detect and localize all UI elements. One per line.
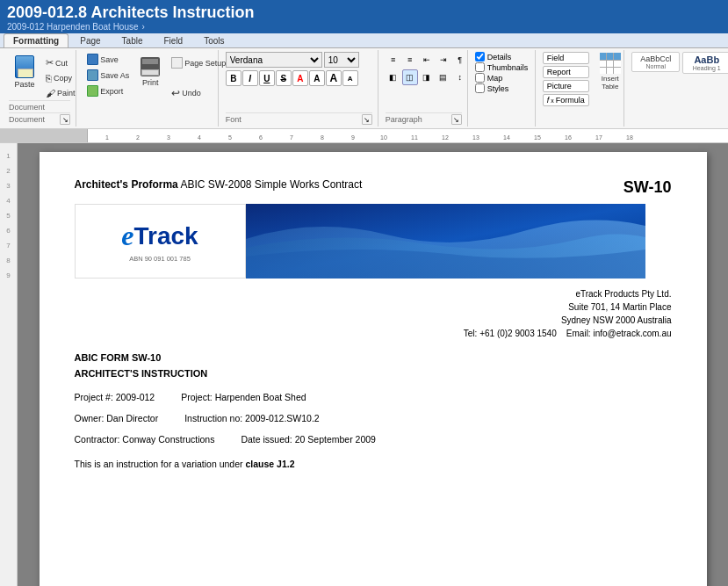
paint-button[interactable]: 🖌 Paint <box>42 86 79 100</box>
picture-button[interactable]: Picture <box>543 80 589 92</box>
italic-button[interactable]: I <box>242 70 258 86</box>
doc-contact: eTrack Products Pty Ltd. Suite 701, 14 M… <box>75 287 672 340</box>
clipboard-group: Paste ✂ Cut ⎘ Copy 🖌 Paint <box>4 50 76 127</box>
clause-text: clause J1.2 <box>245 459 294 469</box>
ribbon: Formatting Page Table Field Tools Paste … <box>0 33 728 129</box>
save-icon <box>87 54 98 65</box>
save-as-icon <box>87 69 98 81</box>
paste-button[interactable]: Paste <box>9 52 40 92</box>
main-area: 1 2 3 4 5 6 7 8 9 Architect's Proforma A… <box>0 143 728 586</box>
project-name-field: Project: Harpenden Boat Shed <box>181 392 306 402</box>
details-checkbox[interactable]: Details <box>475 52 529 61</box>
list-bullet-button[interactable]: ≡ <box>386 52 401 68</box>
ribbon-tabs: Formatting Page Table Field Tools <box>0 33 728 48</box>
breadcrumb-link[interactable]: 2009-012 Harpenden Boat House <box>7 22 139 32</box>
print-icon <box>141 57 160 76</box>
font-size-select[interactable]: 10 <box>324 52 359 68</box>
para-expand[interactable]: ↘ <box>451 114 462 125</box>
thumbnails-checkbox[interactable]: Thumbnails <box>475 62 529 72</box>
breadcrumb: 2009-012 Harpenden Boat House › <box>7 22 721 32</box>
save-as-button[interactable]: Save As <box>83 68 133 83</box>
heading1-style[interactable]: AaBb Heading 1 <box>682 52 728 74</box>
owner-fields-row: Owner: Dan Director Instruction no: 2009… <box>75 413 672 423</box>
align-left-button[interactable]: ◧ <box>386 69 401 85</box>
map-checkbox[interactable]: Map <box>475 73 529 83</box>
list-indent-inc-button[interactable]: ⇥ <box>436 52 451 68</box>
left-sidebar: 1 2 3 4 5 6 7 8 9 <box>0 143 18 586</box>
instruction-line: This is an instruction for a variation u… <box>75 459 672 469</box>
underline-button[interactable]: U <box>259 70 275 86</box>
normal-style[interactable]: AaBbCcl Normal <box>631 52 680 72</box>
project-num-value: Project #: 2009-012 <box>75 392 155 402</box>
save-button[interactable]: Save <box>83 52 133 67</box>
align-center-button[interactable]: ◫ <box>402 69 418 85</box>
contractor-fields-row: Contractor: Conway Constructions Date is… <box>75 434 672 445</box>
font-select[interactable]: Verdana <box>226 52 322 68</box>
paint-icon: 🖌 <box>46 88 55 98</box>
font-shrink-button[interactable]: A <box>342 70 358 86</box>
paragraph-show-button[interactable]: ¶ <box>452 52 468 68</box>
clipboard-expand[interactable]: ↘ <box>60 114 70 125</box>
cut-button[interactable]: ✂ Cut <box>42 55 79 70</box>
contractor-value: Contractor: Conway Constructions <box>75 434 215 445</box>
project-fields-row: Project #: 2009-012 Project: Harpenden B… <box>75 392 672 402</box>
instruction-no-value: Instruction no: 2009-012.SW10.2 <box>184 413 320 423</box>
doc-form-title: ABIC FORM SW-10 ARCHITECT'S INSTRUCTION <box>75 351 672 381</box>
contractor-field: Contractor: Conway Constructions <box>75 434 215 445</box>
page-icon <box>171 57 183 69</box>
project-num-field: Project #: 2009-012 <box>75 392 155 402</box>
etrack-track-text: Track <box>134 222 198 250</box>
export-button[interactable]: Export <box>83 83 133 98</box>
field-button[interactable]: Field <box>543 52 589 64</box>
details-group: Details Thumbnails Map Styles <box>470 50 536 127</box>
list-indent-dec-button[interactable]: ⇤ <box>419 52 435 68</box>
formula-button[interactable]: fx Formula <box>543 94 589 106</box>
project-name-value: Project: Harpenden Boat Shed <box>181 392 306 402</box>
font-highlight-button[interactable]: A <box>309 70 325 86</box>
owner-value: Owner: Dan Director <box>75 413 159 423</box>
strikethrough-button[interactable]: S <box>276 70 292 86</box>
bold-button[interactable]: B <box>226 70 241 86</box>
etrack-e-letter: e <box>121 220 133 252</box>
tab-page[interactable]: Page <box>70 33 110 47</box>
doc-banner <box>246 204 645 279</box>
doc-logo: e Track ABN 90 091 001 785 <box>75 204 246 279</box>
tab-table[interactable]: Table <box>112 33 153 47</box>
date-issued-field: Date issued: 20 September 2009 <box>241 434 376 445</box>
insert-group: Field Report Picture fx Formula Insert T… <box>537 50 625 127</box>
align-justify-button[interactable]: ▤ <box>436 69 451 85</box>
undo-icon: ↩ <box>171 87 180 99</box>
doc-header-row: Architect's Proforma ABIC SW-2008 Simple… <box>75 178 672 197</box>
scissors-icon: ✂ <box>46 57 54 69</box>
copy-button[interactable]: ⎘ Copy <box>42 71 79 85</box>
styles-checkbox[interactable]: Styles <box>475 83 529 93</box>
print-button[interactable]: Print <box>134 52 166 92</box>
ribbon-body: Paste ✂ Cut ⎘ Copy 🖌 Paint <box>0 48 728 128</box>
export-icon <box>87 85 98 97</box>
font-grow-button[interactable]: A <box>326 70 342 86</box>
title-bar: 2009-012.8 Architects Instruction 2009-0… <box>0 0 728 33</box>
insert-table-button[interactable]: Insert Table <box>592 52 629 92</box>
tab-tools[interactable]: Tools <box>194 33 234 47</box>
tab-field[interactable]: Field <box>154 33 192 47</box>
report-button[interactable]: Report <box>543 66 589 78</box>
doc-page: Architect's Proforma ABIC SW-2008 Simple… <box>40 152 707 586</box>
ruler: // Will be drawn statically 1 2 3 4 5 6 … <box>0 129 728 143</box>
document-group: Save Save As Export <box>78 50 219 127</box>
date-issued-value: Date issued: 20 September 2009 <box>241 434 376 445</box>
page-area: Architect's Proforma ABIC SW-2008 Simple… <box>18 143 728 586</box>
sw-label: SW-10 <box>623 178 672 197</box>
banner-wave-svg <box>246 204 645 279</box>
styles-group: AaBbCcl Normal AaBb Heading 1 <box>626 50 724 127</box>
align-right-button[interactable]: ◨ <box>419 69 435 85</box>
clipboard-label: Document <box>9 100 70 112</box>
list-number-button[interactable]: ≡ <box>402 52 418 68</box>
font-group: Verdana 10 B I U S A A A A <box>220 50 378 127</box>
doc-logo-section: e Track ABN 90 091 001 785 <box>75 204 672 279</box>
font-color-button[interactable]: A <box>292 70 308 86</box>
paste-label: Paste <box>14 80 34 89</box>
instruction-no-field: Instruction no: 2009-012.SW10.2 <box>184 413 320 423</box>
tab-formatting[interactable]: Formatting <box>4 33 68 47</box>
font-expand[interactable]: ↘ <box>362 114 372 125</box>
line-spacing-button[interactable]: ↕ <box>452 69 468 85</box>
